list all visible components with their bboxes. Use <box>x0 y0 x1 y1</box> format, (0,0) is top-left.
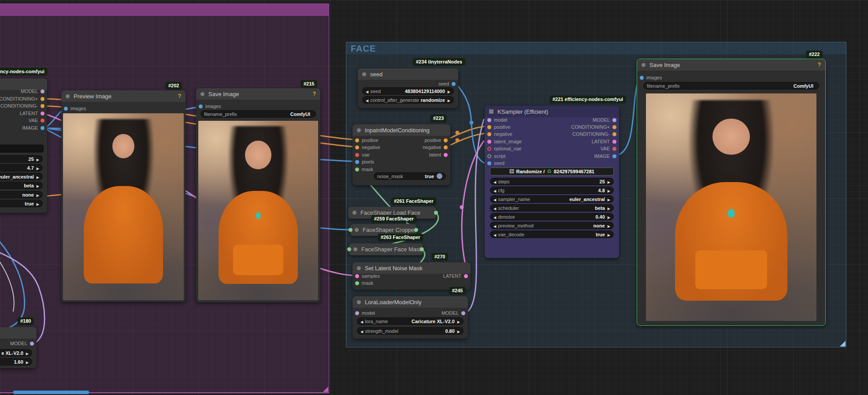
node-collapse-icon[interactable] <box>357 266 361 270</box>
widget-preview-method[interactable]: preview_methodnone <box>490 222 614 229</box>
node-inpaint-model-conditioning[interactable]: InpaintModelConditioning positive negati… <box>352 124 450 185</box>
widget-lora-name[interactable]: lora_nameCaricature XL-V2.0 <box>357 317 464 325</box>
ksampler-header[interactable]: KSampler (Efficient) <box>485 106 619 117</box>
widget-filename-prefix[interactable]: filename_prefix ComfyUI <box>200 110 316 118</box>
widget-strength-partial[interactable]: 1.60 <box>0 358 32 365</box>
widget-preview-method[interactable]: none <box>0 191 43 198</box>
load-face-output-dot[interactable] <box>434 211 438 215</box>
port-in-pixels[interactable]: pixels <box>355 159 374 164</box>
widget-seed[interactable]: seed483804129114000 <box>362 87 454 95</box>
seed-header[interactable]: seed <box>358 68 458 80</box>
bottom-scrollbar[interactable] <box>13 391 89 394</box>
node-180-partial[interactable]: MODEL e XL-V2.0 1.60 <box>0 327 37 368</box>
node-seed[interactable]: seed seed seed483804129114000 control_af… <box>358 68 458 108</box>
widget-cfg[interactable]: 4.7 <box>0 164 43 171</box>
widget-cfg[interactable]: cfg4.8 <box>490 186 614 194</box>
cropper-output-dot[interactable] <box>414 228 418 232</box>
widget-noise-mask[interactable]: noise_mask true <box>374 172 446 180</box>
port-out-conditioning-plus[interactable]: CONDITIONING+ <box>0 96 45 101</box>
port-out-model[interactable]: MODEL <box>21 89 45 94</box>
widget-sampler[interactable]: euler_ancestral <box>0 173 43 180</box>
preview-image-header[interactable]: Preview Image ? <box>61 90 185 102</box>
lora-header[interactable]: LoraLoaderModelOnly <box>352 296 468 308</box>
port-out-negative[interactable]: negative <box>423 145 448 150</box>
port-in-images[interactable]: images <box>640 75 662 80</box>
node-collapse-icon[interactable] <box>352 211 356 215</box>
widget-strength-model[interactable]: strength_model0.80 <box>357 327 464 335</box>
node-graph-canvas[interactable]: FACE <box>0 0 868 395</box>
port-in-positive[interactable]: positive <box>355 138 378 143</box>
node-lora-loader-model-only[interactable]: LoraLoaderModelOnly model MODEL lora_nam… <box>352 296 468 339</box>
node-collapse-icon[interactable] <box>357 300 361 304</box>
node-collapse-icon[interactable] <box>642 63 645 67</box>
node-collapse-icon[interactable] <box>355 228 359 232</box>
face-mask-output-dot[interactable] <box>420 247 424 251</box>
node-set-latent-noise-mask[interactable]: Set Latent Noise Mask samples mask LATEN… <box>352 262 471 290</box>
port-in-images[interactable]: images <box>199 104 221 109</box>
port-in-negative[interactable]: negative <box>487 131 512 137</box>
widget-filename-prefix[interactable]: filename_prefix ComfyUI <box>643 82 819 89</box>
group-purple-header[interactable] <box>0 4 329 16</box>
face-mask-input-dot[interactable] <box>347 247 351 251</box>
port-in-mask[interactable]: mask <box>355 280 373 286</box>
node-collapse-icon[interactable] <box>362 72 366 76</box>
node-collapse-icon[interactable] <box>66 94 70 98</box>
node-collapse-icon[interactable] <box>353 247 357 251</box>
node-save-image-215[interactable]: Save Image ? images filename_prefix Comf… <box>196 88 320 302</box>
port-out-latent[interactable]: LATENT <box>592 139 616 144</box>
seed-field[interactable]: 7599467281 <box>0 145 44 153</box>
node-collapse-icon[interactable] <box>357 128 361 132</box>
port-out-image[interactable]: IMAGE <box>594 153 616 159</box>
widget-steps[interactable]: 25 <box>0 155 43 163</box>
save-image-222-header[interactable]: Save Image ? <box>637 59 825 71</box>
widget-lora-name-partial[interactable]: e XL-V2.0 <box>0 349 32 357</box>
port-out-vae[interactable]: VAE <box>29 118 45 123</box>
cropper-input-dot[interactable] <box>349 228 352 232</box>
port-in-mask[interactable]: mask <box>355 167 373 172</box>
group-face-resize-handle[interactable] <box>840 341 846 347</box>
port-out-conditioning-minus[interactable]: CONDITIONING- <box>572 131 616 137</box>
widget-control-after-generate[interactable]: control_after_generaterandomize <box>362 96 454 104</box>
port-in-vae[interactable]: vae <box>355 152 370 157</box>
seed-randomize-button[interactable]: ⚄ Randomize / ♻ 824297599467281 <box>490 168 614 175</box>
port-in-seed[interactable]: seed <box>487 160 504 166</box>
widget-steps[interactable]: steps25 <box>490 178 614 185</box>
port-in-positive[interactable]: positive <box>487 124 510 130</box>
port-out-positive[interactable]: positive <box>425 138 448 143</box>
group-purple-resize-handle[interactable] <box>323 387 328 392</box>
widget-vae-decode[interactable]: true <box>0 200 43 207</box>
port-in-optional-vae[interactable]: optional_vae <box>487 146 521 151</box>
port-in-model[interactable]: model <box>355 310 375 316</box>
widget-vae-decode[interactable]: vae_decodetrue <box>490 231 614 238</box>
port-in-model[interactable]: model <box>487 117 507 123</box>
port-in-samples[interactable]: samples <box>355 273 380 279</box>
port-out-seed[interactable]: seed <box>438 81 456 86</box>
widget-scheduler[interactable]: beta <box>0 182 43 189</box>
port-out-latent[interactable]: LATENT <box>20 111 45 116</box>
port-out-image[interactable]: IMAGE <box>22 125 45 130</box>
group-face-header[interactable] <box>346 42 846 54</box>
widget-sampler-name[interactable]: sampler_nameeuler_ancestral <box>490 195 614 203</box>
port-out-model[interactable]: MODEL <box>10 341 34 346</box>
widget-denoise[interactable]: denoise0.40 <box>490 213 614 220</box>
port-in-latent-image[interactable]: latent_image <box>487 139 522 144</box>
node-efficiency-ksampler-partial[interactable]: MODEL CONDITIONING+ CONDITIONING- LATENT… <box>0 78 47 213</box>
help-icon[interactable]: ? <box>313 91 316 97</box>
help-icon[interactable]: ? <box>178 93 181 99</box>
port-out-model[interactable]: MODEL <box>441 310 465 316</box>
node-save-image-222[interactable]: Save Image ? images filename_prefix Comf… <box>637 59 826 326</box>
help-icon[interactable]: ? <box>818 62 821 68</box>
port-in-negative[interactable]: negative <box>355 145 380 150</box>
port-out-conditioning-minus[interactable]: CONDITIONING- <box>0 103 45 108</box>
save-image-215-header[interactable]: Save Image ? <box>196 88 320 100</box>
port-in-script[interactable]: script <box>487 153 505 159</box>
node-ksampler-efficient[interactable]: KSampler (Efficient) model positive nega… <box>485 106 619 258</box>
node-collapse-icon[interactable] <box>200 92 204 96</box>
port-out-model[interactable]: MODEL <box>593 117 616 123</box>
node-180-header[interactable] <box>0 327 37 339</box>
port-out-latent[interactable]: LATENT <box>443 273 468 279</box>
toggle-icon[interactable] <box>437 173 442 179</box>
set-latent-header[interactable]: Set Latent Noise Mask <box>352 262 471 274</box>
node-faceshaper-face-mask[interactable]: FaceShaper Face Mask <box>349 243 423 255</box>
port-in-images[interactable]: images <box>64 106 86 111</box>
